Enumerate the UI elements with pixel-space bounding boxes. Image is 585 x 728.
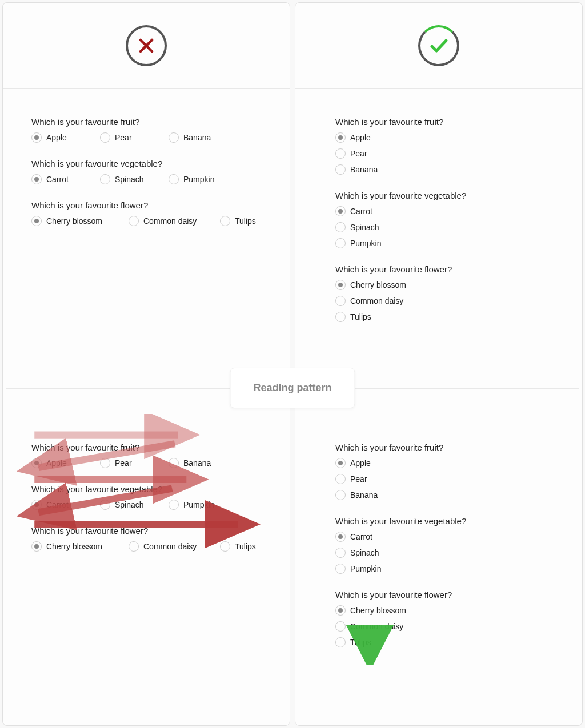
opt-label: Carrot (46, 500, 69, 509)
q3-opt-1vb[interactable]: Common daisy (335, 621, 554, 632)
q1-opt-0b[interactable]: Apple (31, 458, 83, 468)
radio-icon (335, 296, 346, 306)
radio-icon (169, 458, 179, 468)
q2-options-b: Carrot Spinach Pumpkin (31, 500, 261, 510)
q2-options-vb: Carrot Spinach Pumpkin (335, 532, 554, 574)
q3-options-b: Cherry blossom Common daisy Tulips (31, 541, 261, 552)
radio-icon (100, 458, 110, 468)
radio-icon (31, 500, 42, 510)
opt-label: Pumpkin (183, 175, 214, 184)
q2-opt-2[interactable]: Pumpkin (169, 174, 220, 184)
q3-opt-0v[interactable]: Cherry blossom (335, 280, 554, 290)
q2-label: Which is your favourite vegetable? (31, 159, 261, 168)
opt-label: Carrot (46, 175, 69, 184)
q3-opt-0vb[interactable]: Cherry blossom (335, 605, 554, 616)
good-icon-area (295, 3, 582, 89)
opt-label: Pumpkin (350, 239, 381, 248)
q1-opt-1b[interactable]: Pear (100, 458, 151, 468)
q1-options-v: Apple Pear Banana (335, 132, 554, 175)
q3-opt-2vb[interactable]: Tulips (335, 637, 554, 647)
q1-opt-2[interactable]: Banana (169, 132, 220, 143)
bad-icon-area (3, 3, 290, 89)
q3-opt-1v[interactable]: Common daisy (335, 296, 554, 306)
radio-icon (169, 500, 179, 510)
radio-icon (335, 548, 346, 558)
q1-opt-0[interactable]: Apple (31, 132, 83, 143)
radio-icon (335, 532, 346, 542)
q1-opt-1vb[interactable]: Pear (335, 474, 554, 484)
opt-label: Pear (115, 133, 132, 142)
q3-options: Cherry blossom Common daisy Tulips (31, 216, 261, 226)
q2-opt-2v[interactable]: Pumpkin (335, 238, 554, 248)
q2-opt-2b[interactable]: Pumpkin (169, 500, 220, 510)
radio-icon (335, 312, 346, 322)
radio-icon (335, 238, 346, 248)
q3-opt-1b[interactable]: Common daisy (129, 541, 203, 552)
radio-icon (129, 216, 139, 226)
radio-icon (335, 280, 346, 290)
q2-opt-0[interactable]: Carrot (31, 174, 83, 184)
opt-label: Apple (350, 458, 371, 468)
radio-icon (31, 216, 42, 226)
opt-label: Common daisy (350, 622, 403, 631)
q3-opt-0b[interactable]: Cherry blossom (31, 541, 111, 552)
q2-opt-1[interactable]: Spinach (100, 174, 151, 184)
q2-opt-1vb[interactable]: Spinach (335, 548, 554, 558)
radio-icon (335, 148, 346, 159)
radio-icon (335, 490, 346, 500)
radio-icon (335, 222, 346, 232)
radio-icon (335, 164, 346, 175)
q3-label: Which is your favourite flower? (31, 200, 261, 210)
q1-opt-2v[interactable]: Banana (335, 164, 554, 175)
opt-label: Tulips (235, 542, 256, 551)
q1-label-v: Which is your favourite fruit? (335, 117, 554, 127)
cross-icon (126, 25, 167, 66)
q2-opt-0vb[interactable]: Carrot (335, 532, 554, 542)
q3-opt-2[interactable]: Tulips (220, 216, 271, 226)
radio-icon (100, 174, 110, 184)
q1-options-b: Apple Pear Banana (31, 458, 261, 468)
radio-icon (169, 174, 179, 184)
q1-options: Apple Pear Banana (31, 132, 261, 143)
opt-label: Apple (350, 133, 371, 142)
q1-opt-0v[interactable]: Apple (335, 132, 554, 143)
q1-opt-2vb[interactable]: Banana (335, 490, 554, 500)
opt-label: Apple (46, 133, 67, 142)
q3-opt-0[interactable]: Cherry blossom (31, 216, 111, 226)
radio-icon (31, 132, 42, 143)
opt-label: Apple (46, 458, 67, 468)
q2-opt-0v[interactable]: Carrot (335, 206, 554, 216)
q1-opt-0vb[interactable]: Apple (335, 458, 554, 468)
radio-icon (335, 206, 346, 216)
q2-opt-1b[interactable]: Spinach (100, 500, 151, 510)
radio-icon (31, 174, 42, 184)
q2-label-vb: Which is your favourite vegetable? (335, 516, 554, 526)
q1-label-b: Which is your favourite fruit? (31, 443, 261, 452)
q1-options-vb: Apple Pear Banana (335, 458, 554, 500)
q1-opt-1v[interactable]: Pear (335, 148, 554, 159)
radio-icon (100, 132, 110, 143)
good-example-column: Which is your favourite fruit? Apple Pea… (295, 2, 583, 726)
opt-label: Cherry blossom (46, 216, 102, 226)
q2-opt-0b[interactable]: Carrot (31, 500, 83, 510)
q2-opt-2vb[interactable]: Pumpkin (335, 564, 554, 574)
q2-label-b: Which is your favourite vegetable? (31, 484, 261, 494)
opt-label: Pear (115, 458, 132, 468)
opt-label: Pumpkin (350, 564, 381, 573)
opt-label: Banana (350, 165, 378, 174)
radio-icon (129, 541, 139, 552)
radio-icon (335, 621, 346, 632)
q3-opt-2v[interactable]: Tulips (335, 312, 554, 322)
q3-opt-2b[interactable]: Tulips (220, 541, 271, 552)
q3-opt-1[interactable]: Common daisy (129, 216, 203, 226)
opt-label: Common daisy (143, 542, 197, 551)
opt-label: Spinach (115, 500, 144, 509)
opt-label: Tulips (235, 216, 256, 226)
q1-opt-1[interactable]: Pear (100, 132, 151, 143)
q1-opt-2b[interactable]: Banana (169, 458, 220, 468)
radio-icon (335, 132, 346, 143)
bad-example-column: Which is your favourite fruit? Apple Pea… (2, 2, 290, 726)
q2-opt-1v[interactable]: Spinach (335, 222, 554, 232)
opt-label: Banana (350, 490, 378, 500)
reading-pattern-badge: Reading pattern (230, 368, 355, 408)
